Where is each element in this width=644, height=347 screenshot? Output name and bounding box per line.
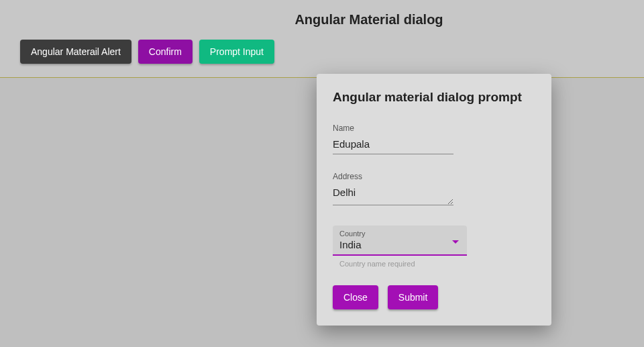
prompt-dialog: Angular material dialog prompt Name Addr…	[317, 74, 551, 326]
page-title: Angular Material dialog	[94, 0, 644, 40]
confirm-button[interactable]: Confirm	[138, 40, 193, 64]
prompt-input-button[interactable]: Prompt Input	[199, 40, 274, 64]
top-panel: Angular Material dialog Angular Materail…	[0, 0, 644, 78]
submit-button[interactable]: Submit	[388, 285, 439, 309]
address-label: Address	[333, 172, 535, 181]
country-select[interactable]: Country India	[333, 226, 467, 256]
name-field: Name	[333, 123, 535, 154]
chevron-down-icon	[452, 240, 459, 244]
close-button[interactable]: Close	[333, 285, 378, 309]
country-label: Country	[339, 230, 460, 238]
alert-button[interactable]: Angular Materail Alert	[20, 40, 131, 64]
country-hint: Country name required	[333, 260, 535, 268]
address-input[interactable]: Delhi	[333, 184, 453, 205]
dialog-title: Angular material dialog prompt	[333, 90, 535, 105]
address-field: Address Delhi	[333, 172, 535, 208]
button-row: Angular Materail Alert Confirm Prompt In…	[0, 40, 644, 64]
country-field: Country India Country name required	[333, 226, 535, 268]
name-label: Name	[333, 123, 535, 133]
country-value: India	[339, 238, 460, 254]
dialog-actions: Close Submit	[333, 285, 535, 309]
name-input[interactable]	[333, 136, 453, 154]
